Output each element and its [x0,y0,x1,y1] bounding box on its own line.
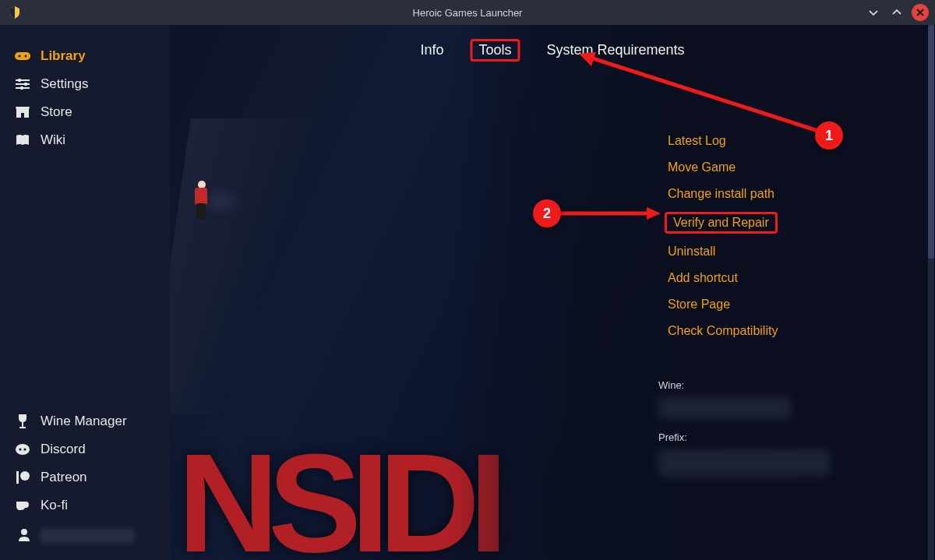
sidebar-item-wine-manager[interactable]: Wine Manager [0,407,170,435]
prefix-value-redacted [658,449,830,476]
content: NSIDI Info Tools System Requirements Lat… [170,25,935,560]
sidebar-user[interactable] [5,523,165,549]
store-icon [14,105,31,119]
tool-latest-log[interactable]: Latest Log [665,132,729,150]
sidebar-item-kofi[interactable]: Ko-fi [0,491,170,519]
svg-rect-0 [15,52,30,60]
book-icon [14,134,31,146]
user-icon [17,527,31,544]
info-section: Wine: Prefix: [658,379,830,488]
sidebar-item-label: Patreon [41,470,87,485]
sidebar-item-library[interactable]: Library [0,42,170,70]
tool-verify-and-repair[interactable]: Verify and Repair [665,212,778,234]
svg-rect-9 [21,113,24,118]
prefix-label: Prefix: [658,431,830,443]
sidebar-item-settings[interactable]: Settings [0,70,170,98]
discord-icon [14,443,31,456]
tab-tools[interactable]: Tools [470,39,520,62]
close-icon[interactable] [912,4,929,21]
svg-point-14 [23,448,26,450]
sidebar-item-label: Wine Manager [41,414,127,429]
svg-point-8 [20,86,23,90]
username-redacted [41,529,134,543]
tool-change-install-path[interactable]: Change install path [665,185,778,203]
wine-label: Wine: [658,379,830,391]
sidebar-item-wiki[interactable]: Wiki [0,126,170,154]
sidebar-item-label: Library [41,48,86,64]
tools-menu: Latest Log Move Game Change install path… [665,132,781,340]
gamepad-icon [14,50,31,62]
window-title: Heroic Games Launcher [413,7,523,19]
kofi-icon [14,499,31,512]
sidebar: Library Settings Store Wiki [0,25,170,560]
tab-system-requirements[interactable]: System Requirements [542,40,689,61]
svg-point-12 [16,444,30,455]
artwork-character [184,181,215,227]
wine-icon [14,414,31,429]
patreon-icon [14,470,31,484]
svg-rect-11 [19,427,26,428]
svg-point-4 [18,79,21,82]
chevron-up-icon[interactable] [888,4,905,21]
sidebar-item-patreon[interactable]: Patreon [0,463,170,491]
sidebar-item-label: Ko-fi [41,498,68,513]
svg-point-17 [21,529,27,535]
scrollbar-thumb[interactable] [928,25,934,259]
svg-rect-15 [16,471,19,484]
tool-store-page[interactable]: Store Page [665,296,733,313]
svg-point-13 [19,448,21,450]
sidebar-item-discord[interactable]: Discord [0,435,170,463]
chevron-down-icon[interactable] [865,4,882,21]
tool-move-game[interactable]: Move Game [665,159,739,176]
wine-value-redacted [658,397,791,419]
svg-point-16 [20,471,30,481]
svg-point-2 [24,55,26,57]
sidebar-item-store[interactable]: Store [0,98,170,126]
tool-uninstall[interactable]: Uninstall [665,243,718,260]
svg-point-1 [18,55,20,57]
window-controls [865,4,929,21]
sliders-icon [14,78,31,90]
artwork-title: NSIDI [178,422,497,560]
tab-info[interactable]: Info [415,40,448,61]
tool-check-compatibility[interactable]: Check Compatibility [665,322,781,340]
tool-add-shortcut[interactable]: Add shortcut [665,269,741,287]
sidebar-item-label: Discord [41,442,86,457]
app-icon [8,5,22,19]
sidebar-item-label: Wiki [41,132,65,148]
tabs: Info Tools System Requirements [415,39,689,62]
svg-rect-10 [22,422,23,427]
svg-point-6 [24,83,27,86]
sidebar-item-label: Settings [41,76,88,92]
sidebar-item-label: Store [41,104,72,120]
titlebar: Heroic Games Launcher [0,0,935,25]
scrollbar[interactable] [928,25,934,560]
